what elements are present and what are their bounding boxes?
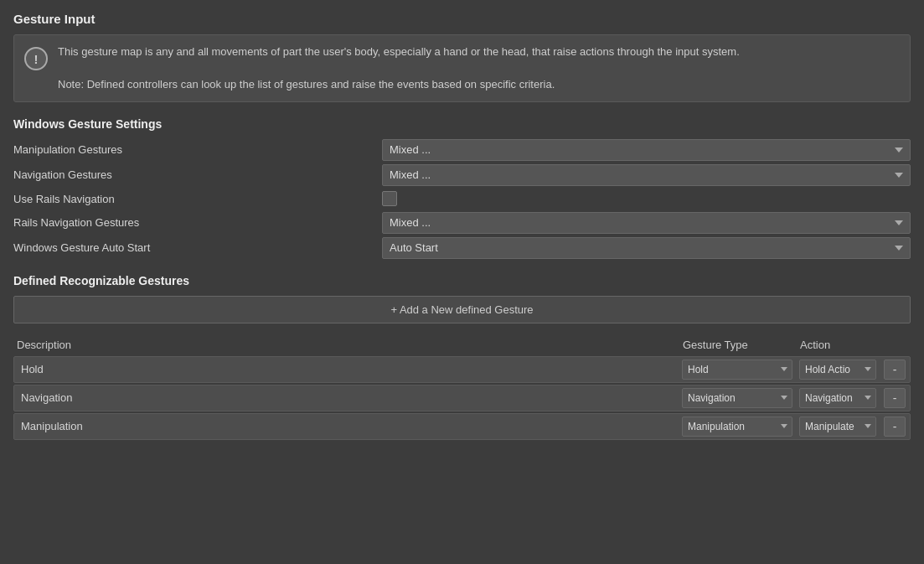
- remove-control: -: [880, 357, 910, 382]
- windows-gesture-auto-start-dropdown[interactable]: Auto Start Manual Start: [382, 237, 911, 259]
- rails-navigation-gestures-dropdown[interactable]: Mixed ... Option 1 Option 2: [382, 212, 911, 234]
- gesture-type-control: Hold: [679, 357, 796, 382]
- warning-icon: !: [24, 47, 48, 70]
- rails-navigation-gestures-control: Mixed ... Option 1 Option 2: [382, 212, 911, 234]
- description-cell: Hold: [14, 359, 679, 380]
- action-dropdown[interactable]: Manipulate: [799, 417, 876, 437]
- info-box: ! This gesture map is any and all moveme…: [13, 34, 911, 102]
- settings-grid: Manipulation Gestures Mixed ... Option 1…: [13, 139, 911, 259]
- gesture-type-dropdown[interactable]: Manipulation: [682, 417, 792, 437]
- col-gesture-type-header: Gesture Type: [679, 339, 797, 351]
- action-dropdown[interactable]: Navigation: [799, 388, 876, 408]
- remove-control: -: [880, 414, 910, 439]
- use-rails-navigation-label: Use Rails Navigation: [13, 189, 382, 209]
- col-description-header: Description: [13, 339, 679, 351]
- gesture-type-dropdown[interactable]: Hold: [682, 360, 792, 380]
- table-row: Navigation Navigation Navigation -: [13, 385, 911, 411]
- rails-navigation-gestures-label: Rails Navigation Gestures: [13, 212, 382, 234]
- table-row: Manipulation Manipulation Manipulate -: [13, 413, 911, 440]
- remove-button[interactable]: -: [884, 417, 906, 437]
- table-row: Hold Hold Hold Actio -: [13, 356, 911, 383]
- gesture-type-control: Navigation: [679, 385, 796, 411]
- action-dropdown[interactable]: Hold Actio: [799, 360, 876, 380]
- description-cell: Navigation: [14, 387, 679, 408]
- navigation-gestures-dropdown[interactable]: Mixed ... Option 1 Option 2: [382, 164, 911, 186]
- windows-gesture-auto-start-label: Windows Gesture Auto Start: [13, 237, 382, 259]
- gesture-type-control: Manipulation: [679, 414, 796, 439]
- windows-gesture-auto-start-control: Auto Start Manual Start: [382, 237, 911, 259]
- action-control: Hold Actio: [796, 357, 880, 382]
- navigation-gestures-label: Navigation Gestures: [13, 164, 382, 186]
- defined-gestures-title: Defined Recognizable Gestures: [13, 274, 911, 287]
- remove-control: -: [880, 385, 910, 411]
- manipulation-gestures-dropdown[interactable]: Mixed ... Option 1 Option 2: [382, 139, 911, 161]
- page-title: Gesture Input: [13, 12, 911, 26]
- windows-settings-title: Windows Gesture Settings: [13, 117, 911, 131]
- use-rails-navigation-control: [382, 189, 911, 209]
- info-text: This gesture map is any and all movement…: [58, 44, 740, 93]
- use-rails-navigation-checkbox[interactable]: [382, 191, 397, 206]
- description-cell: Manipulation: [14, 416, 679, 437]
- gesture-table: Hold Hold Hold Actio - Navigation Naviga…: [13, 356, 911, 440]
- manipulation-gestures-label: Manipulation Gestures: [13, 139, 382, 161]
- action-control: Navigation: [796, 385, 880, 411]
- remove-button[interactable]: -: [884, 360, 906, 380]
- gesture-type-dropdown[interactable]: Navigation: [682, 388, 792, 408]
- navigation-gestures-control: Mixed ... Option 1 Option 2: [382, 164, 911, 186]
- col-action-header: Action: [797, 339, 880, 351]
- manipulation-gestures-control: Mixed ... Option 1 Option 2: [382, 139, 911, 161]
- action-control: Manipulate: [796, 414, 880, 439]
- col-remove-header: [880, 339, 911, 351]
- remove-button[interactable]: -: [884, 388, 906, 408]
- table-header: Description Gesture Type Action: [13, 337, 911, 356]
- add-gesture-button[interactable]: + Add a New defined Gesture: [13, 296, 911, 323]
